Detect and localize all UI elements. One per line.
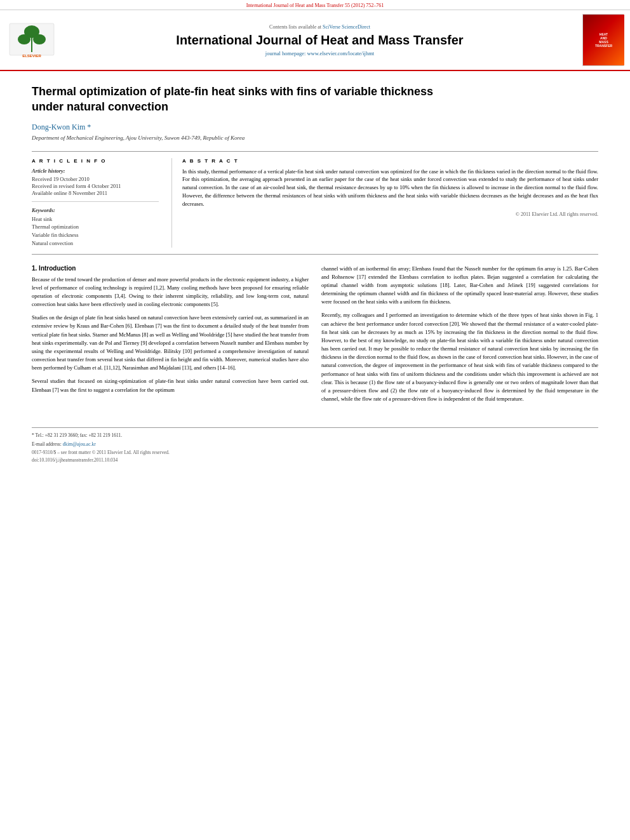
keyword-4: Natural convection [32,239,159,248]
available-line: Available online 8 November 2011 [32,190,159,196]
svg-text:ELSEVIER: ELSEVIER [22,54,41,58]
footer-section: * Tel.: +82 31 219 3660; fax: +82 31 219… [32,427,598,463]
author-name: Dong-Kwon Kim * [32,123,598,132]
body-para-2: Studies on the design of plate fin heat … [32,314,309,372]
article-info-abstract: A R T I C L E I N F O Article history: R… [32,151,598,255]
body-para-3: Several studies that focused on sizing-o… [32,377,309,394]
sciverse-link[interactable]: SciVerse ScienceDirect [323,24,370,30]
journal-homepage: journal homepage: www.elsevier.com/locat… [64,50,576,57]
body-col-right: channel width of an isothermal fin array… [321,265,598,409]
journal-main-title: International Journal of Heat and Mass T… [64,32,576,48]
article-info-label: A R T I C L E I N F O [32,158,159,164]
svg-point-3 [18,34,30,44]
abstract-text: In this study, thermal performance of a … [182,168,598,208]
issn-line: 0017-9310/$ – see front matter © 2011 El… [32,450,598,455]
author-affiliation: Department of Mechanical Engineering, Aj… [32,135,598,141]
journal-cover-inner: HEAT AND MASS TRANSFER [583,15,624,65]
info-divider [32,201,159,202]
elsevier-logo: ELSEVIER [6,20,57,60]
copyright-line: © 2011 Elsevier Ltd. All rights reserved… [182,211,598,217]
keywords-block: Keywords: Heat sink Thermal optimization… [32,207,159,248]
body-para-4: channel width of an isothermal fin array… [321,265,598,307]
body-columns: 1. Introduction Because of the trend tow… [32,265,598,409]
body-para-1: Because of the trend toward the producti… [32,276,309,309]
body-col-left: 1. Introduction Because of the trend tow… [32,265,309,409]
cover-title: HEAT AND MASS TRANSFER [595,32,612,48]
keyword-1: Heat sink [32,215,159,223]
received-line: Received 19 October 2010 [32,176,159,182]
svg-point-4 [33,34,46,44]
revised-line: Received in revised form 4 October 2011 [32,183,159,189]
main-content: Thermal optimization of plate-fin heat s… [0,71,630,476]
footnote-star: * Tel.: +82 31 219 3660; fax: +82 31 219… [32,432,598,439]
keyword-2: Thermal optimization [32,223,159,231]
email-link[interactable]: dkim@ajou.ac.kr [63,441,96,447]
article-abstract: A B S T R A C T In this study, thermal p… [171,158,598,248]
journal-cover: HEAT AND MASS TRANSFER [582,14,624,66]
section1-heading: 1. Introduction [32,265,309,272]
doi-line: doi:10.1016/j.ijheatmasstransfer.2011.10… [32,457,598,463]
keywords-label: Keywords: [32,207,159,213]
history-label: Article history: [32,168,159,174]
top-bar: International Journal of Heat and Mass T… [0,0,630,10]
top-bar-text: International Journal of Heat and Mass T… [246,3,384,8]
article-title: Thermal optimization of plate-fin heat s… [32,84,598,115]
article-info: A R T I C L E I N F O Article history: R… [32,158,159,248]
abstract-label: A B S T R A C T [182,158,598,164]
keyword-3: Variable fin thickness [32,231,159,239]
sciverse-line: Contents lists available at SciVerse Sci… [64,24,576,30]
body-para-5: Recently, my colleagues and I performed … [321,311,598,403]
journal-title-block: Contents lists available at SciVerse Sci… [64,24,576,57]
journal-header: ELSEVIER Contents lists available at Sci… [0,10,630,71]
footnote-email: E-mail address: dkim@ajou.ac.kr [32,441,598,448]
